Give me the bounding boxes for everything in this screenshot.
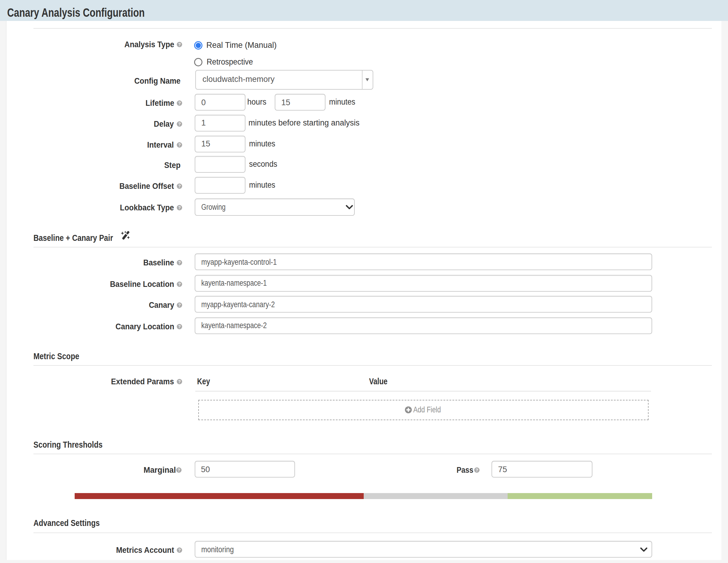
svg-text:?: ? bbox=[178, 42, 180, 47]
svg-text:?: ? bbox=[178, 205, 180, 210]
svg-text:?: ? bbox=[178, 184, 180, 188]
svg-text:?: ? bbox=[178, 468, 180, 473]
svg-text:?: ? bbox=[475, 468, 478, 473]
svg-text:?: ? bbox=[178, 121, 180, 126]
svg-text:?: ? bbox=[178, 101, 180, 106]
svg-text:?: ? bbox=[178, 282, 180, 286]
svg-text:?: ? bbox=[178, 379, 180, 384]
svg-text:?: ? bbox=[178, 142, 180, 147]
svg-text:?: ? bbox=[178, 324, 180, 329]
svg-text:?: ? bbox=[178, 548, 180, 553]
svg-text:?: ? bbox=[178, 303, 180, 308]
svg-text:?: ? bbox=[178, 260, 180, 265]
